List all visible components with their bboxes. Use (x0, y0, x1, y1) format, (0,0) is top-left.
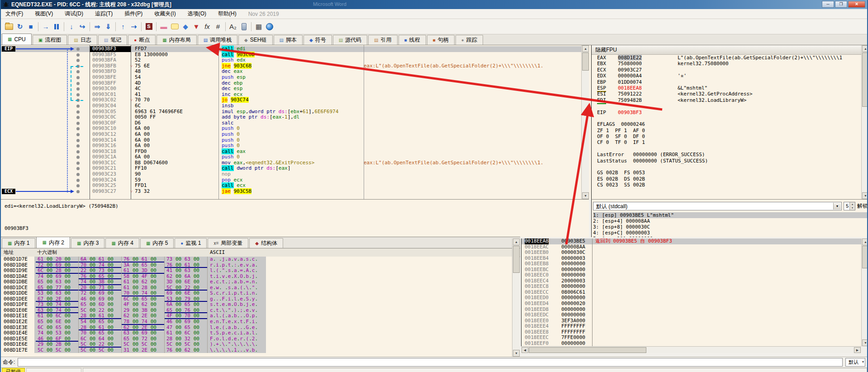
scroll-right-icon[interactable]: ▶ (854, 347, 861, 353)
stack-row[interactable]: 0018EED400000020 (522, 301, 862, 307)
tab-调用堆栈[interactable]: ▤调用堆栈 (198, 35, 237, 45)
disasm-row[interactable]: 00903BF5E8 13000000call 903C0D (1, 52, 581, 58)
breakpoint-dot-icon[interactable] (76, 70, 80, 73)
bottom-tab-内存 4[interactable]: ▦内存 4 (105, 238, 139, 248)
disasm-row[interactable]: 00903C0141inc ecx (1, 92, 581, 98)
registers-vscrollbar[interactable]: ▲ ▼ (861, 45, 868, 199)
bottom-tab-监视 1[interactable]: ●监视 1 (175, 238, 207, 248)
bottom-tab-结构体[interactable]: ◆结构体 (249, 238, 283, 248)
stop-icon[interactable]: ■ (25, 22, 36, 32)
disasm-row[interactable]: 00903BF3FFD7call edi (1, 46, 581, 52)
scroll-thumb[interactable] (862, 246, 868, 268)
disasm-row[interactable]: 00903C2459pop ecx (1, 177, 581, 183)
disasm-row[interactable]: 00903C0C0050 FFadd byte ptr ds:[eax-1],d… (1, 114, 581, 120)
breakpoint-dot-icon[interactable] (76, 144, 80, 148)
breakpoint-dot-icon[interactable] (76, 105, 80, 108)
patch-icon[interactable]: ▬ (158, 22, 169, 32)
menu-item[interactable]: 文件(F) (5, 10, 23, 18)
function-icon[interactable]: fx (202, 22, 213, 32)
menu-item[interactable]: 视图(V) (35, 10, 53, 18)
tab-线程[interactable]: ■线程 (398, 35, 426, 45)
disasm-row[interactable]: 00903C004Cdec esp (1, 86, 581, 92)
scroll-thumb[interactable] (529, 347, 646, 353)
disasm-row[interactable]: 00903C02˅70 70jo 903C74 (1, 97, 581, 103)
minimize-button[interactable]: ─ (822, 1, 834, 8)
comment-icon[interactable] (169, 22, 180, 32)
open-file-icon[interactable] (4, 22, 14, 32)
bookmark-icon[interactable]: ▼ (191, 22, 202, 32)
breakpoint-dot-icon[interactable] (76, 76, 80, 79)
disasm-row[interactable]: 00903BFF4Ddec ebp (1, 81, 581, 86)
step-out-icon[interactable]: ⇓ (103, 22, 114, 32)
calculator-icon[interactable]: ▦ (253, 22, 264, 32)
breakpoint-dot-icon[interactable] (76, 116, 80, 119)
breakpoint-dot-icon[interactable] (76, 179, 80, 182)
scroll-up-icon[interactable]: ▲ (513, 238, 520, 245)
stack-row[interactable]: 0018EEB800000000 (522, 261, 862, 267)
tab-跟踪[interactable]: ●跟踪 (455, 35, 483, 45)
stack-row[interactable]: 0018EEEC7FFE0000 (522, 335, 862, 341)
breakpoint-dot-icon[interactable] (76, 133, 80, 136)
menu-item[interactable]: 帮助(H) (218, 10, 237, 18)
breakpoint-dot-icon[interactable] (76, 82, 80, 85)
registers-pane[interactable]: 隐藏FPU EAX008D1E22L"(ab.OpenTextFile(ab.G… (591, 45, 862, 208)
dump-scrollbar[interactable]: ▲ ▼ (512, 238, 520, 357)
disasm-row[interactable]: 00903C27˅73 32jae 903C5B (1, 189, 581, 195)
chevron-down-icon[interactable]: ▼ (833, 203, 841, 210)
disasm-row[interactable]: 00903C166A 00push 0 (1, 143, 581, 149)
disasm-row[interactable]: 00903C106A 00push 0 (1, 126, 581, 132)
pause-icon[interactable] (51, 22, 62, 32)
memory-dump-pane[interactable]: 008D1D7E61 00 20 006A 00 61 0076 00 61 0… (1, 257, 512, 357)
dump-row[interactable]: 008D1E7E5C 00 5C 005C 00 5C 0031 00 2E 0… (1, 348, 512, 353)
tab-引用[interactable]: ▤引用 (368, 35, 397, 45)
close-button[interactable]: ✕ (848, 1, 865, 8)
scroll-thumb[interactable] (513, 246, 520, 273)
tab-源代码[interactable]: ▤源代码 (333, 35, 367, 45)
args-depth-spinner[interactable]: 5▲▼ (844, 202, 855, 210)
step-into-icon[interactable]: ↓ (66, 22, 77, 32)
scroll-left-icon[interactable]: ◀ (522, 347, 528, 353)
label-icon[interactable]: ◆ (180, 22, 191, 32)
breakpoint-dot-icon[interactable] (76, 190, 80, 193)
stack-row[interactable]: 0018EEC000000000 (522, 272, 862, 278)
stack-vscrollbar[interactable]: ▲ ▼ (861, 238, 868, 346)
execute-till-return-icon[interactable]: ⇒ (92, 22, 103, 32)
tab-脚本[interactable]: ▤脚本 (274, 35, 303, 45)
scroll-thumb[interactable] (582, 52, 589, 71)
bottom-tab-内存 5[interactable]: ▦内存 5 (140, 238, 174, 248)
disasm-row[interactable]: 00903C1CB8 D0674600mov eax,<eqnedt32.&Ex… (1, 160, 581, 166)
unlock-label[interactable]: 解锁 (857, 202, 868, 210)
restart-icon[interactable]: ↻ (14, 22, 25, 32)
phone-icon[interactable] (238, 22, 249, 32)
breakpoint-dot-icon[interactable] (76, 48, 80, 51)
bottom-tab-内存 1[interactable]: ▦内存 1 (2, 238, 35, 248)
breakpoint-dot-icon[interactable] (76, 87, 80, 91)
internet-icon[interactable] (264, 22, 275, 32)
scroll-up-icon[interactable]: ▲ (862, 238, 868, 245)
breakpoint-dot-icon[interactable] (76, 127, 80, 130)
scroll-up-icon[interactable]: ▲ (862, 45, 868, 52)
tab-符号[interactable]: ◆符号 (304, 35, 332, 45)
breakpoint-dot-icon[interactable] (76, 110, 80, 114)
assemble-icon[interactable]: A₂ (228, 22, 238, 32)
run-to-user-code-icon[interactable]: ↑ (118, 22, 128, 32)
breakpoint-dot-icon[interactable] (76, 122, 80, 125)
disasm-row[interactable]: 00903BFD48dec eax (1, 69, 581, 75)
disasm-row[interactable]: 00903C146A 00push 0 (1, 138, 581, 143)
tab-CPU[interactable]: ▦CPU (2, 33, 32, 45)
menu-item[interactable]: 收藏夹(I) (154, 10, 175, 18)
breakpoint-dot-icon[interactable] (76, 150, 80, 153)
bottom-tab-内存 3[interactable]: ▦内存 3 (71, 238, 104, 248)
attach-icon[interactable]: ⇢ (128, 22, 139, 32)
argument-row[interactable]: 5: [esp+10] 00000000 (593, 236, 868, 237)
breakpoint-dot-icon[interactable] (76, 139, 80, 142)
breakpoint-dot-icon[interactable] (76, 156, 80, 159)
disasm-row[interactable]: 00903C21FF10call dword ptr ds:[eax] (1, 166, 581, 172)
menu-item[interactable]: 选项(O) (188, 10, 206, 18)
run-icon[interactable]: → (40, 22, 51, 32)
stack-row[interactable]: 0018EEE4FFFFFFFF (522, 324, 862, 329)
tab-笔记[interactable]: ▤笔记 (98, 35, 127, 45)
calling-convention-select[interactable]: 默认 (stdcall)▼ (593, 202, 842, 210)
argument-row[interactable]: 1: [esp] 00903BE5 L"mshtml" (593, 212, 868, 218)
tab-SEH链[interactable]: ◆SEH链 (238, 35, 272, 45)
